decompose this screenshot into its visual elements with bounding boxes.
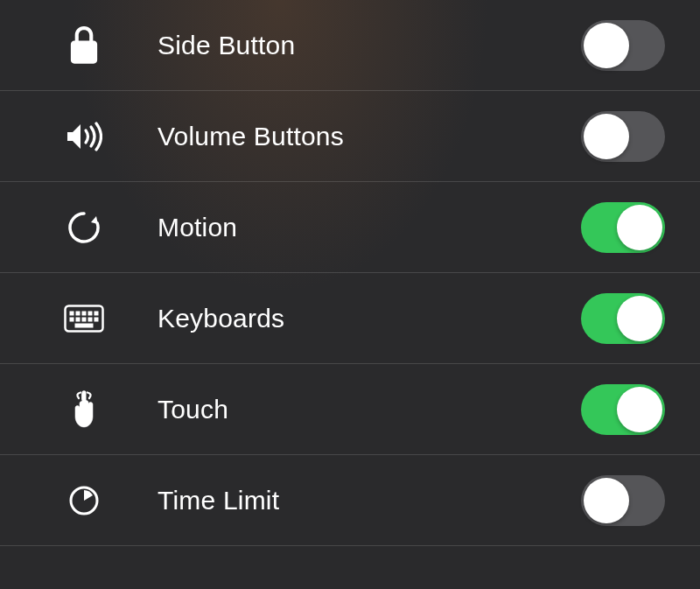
svg-rect-8 <box>82 318 86 321</box>
settings-list: Side Button Volume Buttons Motion <box>0 0 700 546</box>
svg-rect-5 <box>94 312 98 315</box>
row-keyboards: Keyboards <box>0 273 700 364</box>
row-label-keyboards: Keyboards <box>105 304 581 333</box>
toggle-knob <box>584 114 629 159</box>
row-time-limit: Time Limit <box>0 455 700 546</box>
row-label-touch: Touch <box>105 395 581 424</box>
svg-rect-4 <box>88 312 92 315</box>
hand-icon <box>63 390 105 429</box>
lock-icon <box>63 26 105 65</box>
svg-rect-7 <box>76 318 80 321</box>
row-motion: Motion <box>0 182 700 273</box>
toggle-knob <box>617 387 662 432</box>
toggle-keyboards[interactable] <box>581 293 665 344</box>
row-side-button: Side Button <box>0 0 700 91</box>
row-label-side-button: Side Button <box>105 31 581 60</box>
row-volume-buttons: Volume Buttons <box>0 91 700 182</box>
svg-rect-9 <box>88 318 92 321</box>
svg-rect-11 <box>75 324 93 327</box>
svg-rect-3 <box>82 312 86 315</box>
row-label-volume-buttons: Volume Buttons <box>105 122 581 151</box>
toggle-knob <box>617 296 662 341</box>
svg-rect-2 <box>76 312 80 315</box>
toggle-time-limit[interactable] <box>581 475 665 526</box>
toggle-knob <box>584 23 629 68</box>
row-label-time-limit: Time Limit <box>105 486 581 515</box>
speaker-icon <box>63 122 105 151</box>
row-touch: Touch <box>0 364 700 455</box>
keyboard-icon <box>63 305 105 333</box>
toggle-side-button[interactable] <box>581 20 665 71</box>
svg-rect-6 <box>70 318 74 321</box>
toggle-touch[interactable] <box>581 384 665 435</box>
toggle-volume-buttons[interactable] <box>581 111 665 162</box>
timer-icon <box>63 484 105 517</box>
toggle-knob <box>584 478 629 523</box>
svg-rect-10 <box>94 318 98 321</box>
row-label-motion: Motion <box>105 213 581 242</box>
rotate-icon <box>63 210 105 245</box>
toggle-knob <box>617 205 662 250</box>
toggle-motion[interactable] <box>581 202 665 253</box>
svg-rect-1 <box>70 312 74 315</box>
